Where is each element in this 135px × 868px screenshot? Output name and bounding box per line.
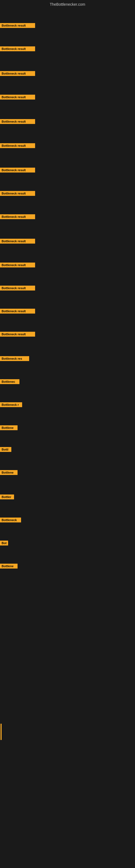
bottleneck-row: Bottleneck result [0, 191, 135, 197]
bottleneck-bar[interactable]: Bottleneck result [0, 71, 35, 76]
bottleneck-row: Bottlene [0, 470, 135, 476]
bottleneck-row: Bottler [0, 495, 135, 500]
bottleneck-bar[interactable]: Bottleneck result [0, 309, 35, 314]
bottleneck-bar[interactable]: Bottlenec [0, 379, 19, 384]
bottleneck-row: Bottleneck r [0, 402, 135, 408]
bottleneck-bar[interactable]: Bottleneck r [0, 402, 22, 407]
bottleneck-bar[interactable]: Bottl [0, 447, 11, 452]
bottleneck-bar[interactable]: Bottleneck result [0, 191, 35, 196]
bottleneck-row: Bottleneck result [0, 309, 135, 315]
bottleneck-bar[interactable]: Bottleneck result [0, 262, 35, 268]
bottleneck-row: Bottleneck res [0, 356, 135, 362]
bottleneck-row: Bottleneck result [0, 262, 135, 269]
bottleneck-row: Bottleneck result [0, 23, 135, 29]
bottleneck-row: Bottleneck result [0, 143, 135, 149]
bottleneck-row: Bottleneck result [0, 119, 135, 125]
bottleneck-bar[interactable]: Bottleneck result [0, 95, 35, 99]
bottleneck-row: Bottleneck result [0, 71, 135, 77]
bottleneck-row: Bottleneck result [0, 286, 135, 291]
bottleneck-row: Bottleneck result [0, 214, 135, 220]
vertical-accent-bar [1, 724, 2, 740]
bottleneck-row: Bottl [0, 447, 135, 453]
bottleneck-row: Bottleneck result [0, 46, 135, 52]
bottleneck-row: Bottleneck result [0, 167, 135, 174]
bottleneck-bar[interactable]: Bottlene [0, 470, 17, 475]
bottleneck-bar[interactable]: Bottleneck result [0, 286, 35, 290]
bottleneck-bar[interactable]: Bottleneck result [0, 23, 35, 28]
bottleneck-bar[interactable]: Bottlene [0, 564, 17, 568]
bottleneck-bar[interactable]: Bottleneck result [0, 119, 35, 124]
bottleneck-row: Bottleneck result [0, 239, 135, 245]
bottleneck-bar[interactable]: Bottleneck result [0, 239, 35, 244]
bottleneck-bar[interactable]: Bottleneck result [0, 332, 35, 337]
bottleneck-bar[interactable]: Bottleneck result [0, 214, 35, 219]
bottleneck-row: Bottleneck [0, 518, 135, 524]
bottleneck-bar[interactable]: Bottleneck [0, 518, 21, 522]
bottleneck-bar[interactable]: Bottleneck result [0, 46, 35, 51]
bars-container: Bottleneck resultBottleneck resultBottle… [0, 8, 135, 868]
bottleneck-row: Bot [0, 540, 135, 547]
bottleneck-row: Bottlenec [0, 379, 135, 385]
bottleneck-bar[interactable]: Bottler [0, 495, 14, 499]
bottleneck-bar[interactable]: Bot [0, 540, 8, 546]
bottleneck-row: Bottlene [0, 425, 135, 431]
bottleneck-bar[interactable]: Bottleneck res [0, 356, 29, 361]
bottleneck-bar[interactable]: Bottlene [0, 425, 17, 430]
site-title: TheBottlenecker.com [0, 0, 135, 8]
bottleneck-bar[interactable]: Bottleneck result [0, 167, 35, 173]
bottleneck-row: Bottleneck result [0, 332, 135, 338]
bottleneck-row: Bottlene [0, 564, 135, 569]
bottleneck-bar[interactable]: Bottleneck result [0, 143, 35, 148]
bottleneck-row: Bottleneck result [0, 95, 135, 101]
site-title-container: TheBottlenecker.com [0, 0, 135, 8]
